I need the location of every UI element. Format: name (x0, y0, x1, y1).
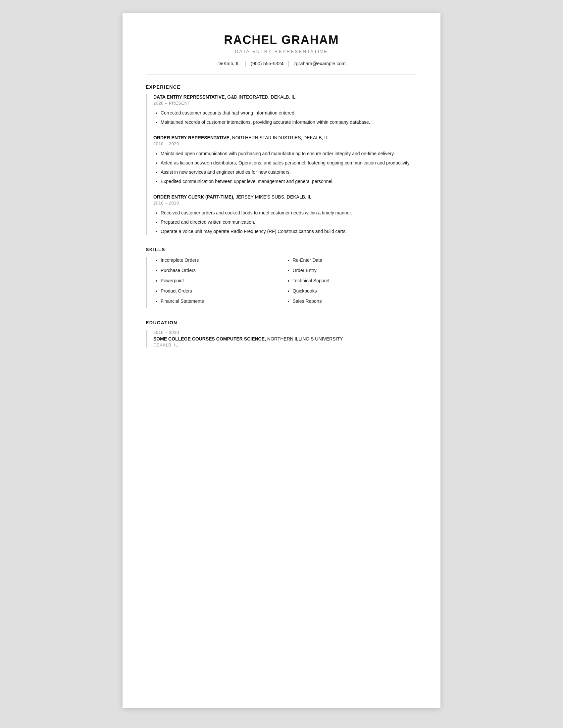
job-3-bullet-1: Received customer orders and cooked food… (161, 209, 417, 216)
separator-2: | (288, 60, 290, 67)
job-3-company: JERSEY MIKE'S SUBS, DEKALB, IL (236, 194, 312, 200)
job-1-bullet-1: Corrected customer accounts that had wro… (161, 110, 417, 116)
resume-header: RACHEL GRAHAM DATA ENTRY REPRESENTATIVE … (146, 33, 417, 67)
resume-page: RACHEL GRAHAM DATA ENTRY REPRESENTATIVE … (122, 13, 441, 708)
skill-quickbooks: Quickbooks (293, 288, 418, 295)
job-1-title: DATA ENTRY REPRESENTATIVE (153, 94, 224, 100)
job-1: DATA ENTRY REPRESENTATIVE, G&D INTEGRATE… (153, 94, 417, 126)
experience-section-title: EXPERIENCE (146, 84, 417, 90)
skill-purchase-orders: Purchase Orders (161, 267, 286, 274)
candidate-title: DATA ENTRY REPRESENTATIVE (146, 49, 417, 54)
edu-degree-comma: , (264, 336, 267, 341)
skill-reenter-data: Re-Enter Data (293, 257, 418, 264)
job-3-bullets: Received customer orders and cooked food… (153, 209, 417, 235)
job-2-bullet-3: Assist in new services and engineer stud… (161, 169, 417, 176)
job-2-bullet-2: Acted as liaison between distributors, O… (161, 159, 417, 166)
edu-degree-1: SOME COLLEGE COURSES COMPUTER SCIENCE, N… (153, 336, 417, 341)
skill-incomplete-orders: Incomplete Orders (161, 257, 286, 264)
edu-location-1: DEKALB, IL (153, 342, 417, 347)
job-3: ORDER ENTRY CLERK (PART-TIME), JERSEY MI… (153, 194, 417, 235)
job-2-comma: , (229, 135, 232, 140)
skills-grid: Incomplete Orders Purchase Orders Powerp… (153, 257, 417, 308)
education-content: 2010 – 2010 SOME COLLEGE COURSES COMPUTE… (146, 330, 417, 347)
job-2-bullet-1: Maintained open communication with purch… (161, 150, 417, 157)
skill-financial-statements: Financial Statements (161, 298, 286, 305)
separator-1: | (244, 60, 246, 67)
job-2-company: NORTHERN STAR INDUSTRIES, DEKALB, IL (232, 135, 328, 140)
job-1-company: G&D INTEGRATED, DEKALB, IL (227, 94, 296, 100)
job-3-bullet-3: Operate a voice unit may operate Radio F… (161, 228, 417, 235)
job-1-title-line: DATA ENTRY REPRESENTATIVE, G&D INTEGRATE… (153, 94, 417, 100)
edu-item-1: 2010 – 2010 SOME COLLEGE COURSES COMPUTE… (153, 330, 417, 347)
job-3-comma: , (233, 194, 236, 200)
contact-email: rgraham@example.com (295, 61, 346, 66)
job-1-date: 2020 – PRESENT (153, 101, 417, 106)
skills-content: Incomplete Orders Purchase Orders Powerp… (146, 257, 417, 308)
skill-powerpoint: Powerpoint (161, 277, 286, 284)
job-3-title-line: ORDER ENTRY CLERK (PART-TIME), JERSEY MI… (153, 194, 417, 200)
header-divider (146, 74, 417, 74)
experience-content: DATA ENTRY REPRESENTATIVE, G&D INTEGRATE… (146, 94, 417, 235)
skill-order-entry: Order Entry (293, 267, 418, 274)
edu-degree-name: SOME COLLEGE COURSES COMPUTER SCIENCE (153, 336, 264, 341)
skill-product-orders: Product Orders (161, 288, 286, 295)
job-2-title-line: ORDER ENTRY REPRESENTATIVE, NORTHERN STA… (153, 135, 417, 140)
skill-technical-support: Technical Support (293, 277, 418, 284)
skills-right-col: Re-Enter Data Order Entry Technical Supp… (286, 257, 418, 308)
job-1-bullet-2: Maintained records of customer interacti… (161, 119, 417, 126)
skills-section-title: SKILLS (146, 247, 417, 252)
skills-left-col: Incomplete Orders Purchase Orders Powerp… (153, 257, 286, 308)
job-2: ORDER ENTRY REPRESENTATIVE, NORTHERN STA… (153, 135, 417, 185)
contact-info: DeKalb, IL | (900) 555-5324 | rgraham@ex… (146, 60, 417, 67)
skills-section: SKILLS Incomplete Orders Purchase Orders… (146, 247, 417, 308)
job-3-date: 2010 – 2010 (153, 201, 417, 205)
experience-section: EXPERIENCE DATA ENTRY REPRESENTATIVE, G&… (146, 84, 417, 235)
job-2-bullets: Maintained open communication with purch… (153, 150, 417, 185)
job-3-title: ORDER ENTRY CLERK (PART-TIME) (153, 194, 233, 200)
job-1-bullets: Corrected customer accounts that had wro… (153, 110, 417, 126)
contact-location: DeKalb, IL (217, 61, 240, 66)
job-3-bullet-2: Prepared and directed written communicat… (161, 219, 417, 226)
edu-date-1: 2010 – 2010 (153, 330, 417, 335)
contact-phone: (900) 555-5324 (251, 61, 284, 66)
education-section-title: EDUCATION (146, 320, 417, 325)
edu-school-name: NORTHERN ILLINOIS UNIVERSITY (267, 336, 343, 341)
job-2-date: 2010 – 2020 (153, 141, 417, 146)
skill-sales-reports: Sales Reports (293, 298, 418, 305)
job-2-bullet-4: Expedited communication between upper le… (161, 178, 417, 185)
education-section: EDUCATION 2010 – 2010 SOME COLLEGE COURS… (146, 320, 417, 347)
job-2-title: ORDER ENTRY REPRESENTATIVE (153, 135, 229, 140)
candidate-name: RACHEL GRAHAM (146, 33, 417, 47)
